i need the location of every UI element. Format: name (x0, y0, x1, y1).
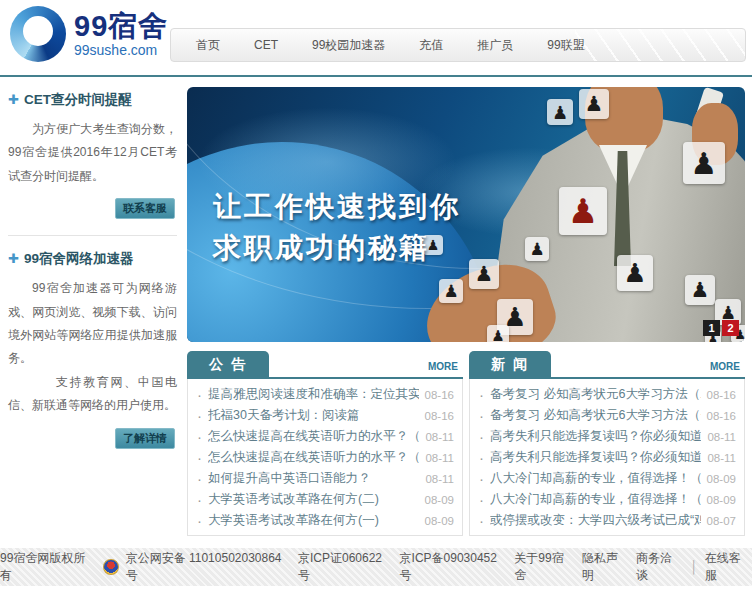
header: 99宿舍 99sushe.com 首页 CET 99校园加速器 充值 推广员 9… (0, 0, 752, 77)
news-link[interactable]: 高考失利只能选择复读吗？你必须知道这些问题！ (490, 428, 701, 445)
news-link[interactable]: 备考复习 必知高考状元6大学习方法（二） (490, 386, 701, 403)
footer: 99宿舍网版权所有 京公网安备 11010502030864号 京ICP证060… (0, 548, 752, 586)
announcements-more-link[interactable]: MORE (428, 361, 458, 372)
person-tile-icon (579, 89, 609, 119)
item-date: 08-11 (707, 431, 736, 443)
announcement-item[interactable]: · 大学英语考试改革路在何方(一) 08-09 (194, 510, 454, 531)
nav-item-recharge[interactable]: 充值 (402, 37, 460, 54)
news-link[interactable]: 八大冷门却高薪的专业，值得选择！（二） (490, 470, 701, 487)
news-more-link[interactable]: MORE (710, 361, 740, 372)
announcement-link[interactable]: 托福30天备考计划：阅读篇 (208, 407, 419, 424)
sidebar-paragraph: 支持教育网、中国电信、新联通等网络的用户使用。 (8, 371, 177, 418)
police-badge-icon (103, 559, 119, 575)
announcement-item[interactable]: · 怎么快速提高在线英语听力的水平？（二） 08-11 (194, 426, 454, 447)
item-date: 08-16 (707, 410, 736, 422)
news-item[interactable]: · 高考失利只能选择复读吗？你必须知道这些问题！ 08-11 (476, 426, 736, 447)
sidebar-title-text: CET查分时间提醒 (24, 92, 132, 107)
announcement-link[interactable]: 大学英语考试改革路在何方(二) (208, 491, 419, 508)
news-item[interactable]: · 或停摆或改变：大学四六级考试已成“鸡肋”（三 08-07 (476, 510, 736, 531)
item-date: 08-11 (425, 473, 454, 485)
bullet-icon: · (479, 408, 484, 423)
pager-page-1[interactable]: 1 (703, 320, 720, 336)
nav-item-home[interactable]: 首页 (179, 37, 237, 54)
news-item[interactable]: · 备考复习 必知高考状元6大学习方法（一） 08-16 (476, 405, 736, 426)
nav-item-promoter[interactable]: 推广员 (460, 37, 530, 54)
news-item[interactable]: · 高考失利只能选择复读吗？你必须知道这些问题！ 08-11 (476, 447, 736, 468)
banner-pager: 1 2 (703, 320, 739, 336)
news-panel: 新 闻 MORE · 备考复习 必知高考状元6大学习方法（二） 08-16 · … (469, 351, 745, 536)
announcement-link[interactable]: 如何提升高中英语口语能力？ (208, 470, 419, 487)
copyright-text: 99宿舍网版权所有 (0, 550, 96, 584)
bullet-icon: · (197, 492, 202, 507)
announcement-item[interactable]: · 如何提升高中英语口语能力？ 08-11 (194, 468, 454, 489)
news-item[interactable]: · 八大冷门却高薪的专业，值得选择！（一） 08-09 (476, 489, 736, 510)
announcements-header: 公 告 MORE (187, 351, 463, 379)
bullet-icon: · (479, 450, 484, 465)
logo-icon (10, 6, 66, 62)
site-logo[interactable]: 99宿舍 99sushe.com (10, 6, 168, 62)
main-column: 让工作快速找到你 求职成功的秘籍 1 2 公 告 MORE · (187, 87, 745, 536)
hero-banner[interactable]: 让工作快速找到你 求职成功的秘籍 1 2 (187, 87, 745, 342)
news-link[interactable]: 高考失利只能选择复读吗？你必须知道这些问题！ (490, 449, 701, 466)
announcement-item[interactable]: · 托福30天备考计划：阅读篇 08-16 (194, 405, 454, 426)
pager-page-2[interactable]: 2 (722, 320, 739, 336)
nav-item-cet[interactable]: CET (237, 38, 295, 52)
bullet-icon: · (479, 429, 484, 444)
announcement-item[interactable]: · 提高雅思阅读速度和准确率：定位其实很容易 08-16 (194, 384, 454, 405)
person-tile-icon (469, 259, 499, 289)
item-date: 08-16 (707, 389, 736, 401)
nav-item-alliance[interactable]: 99联盟 (530, 37, 601, 54)
news-link[interactable]: 备考复习 必知高考状元6大学习方法（一） (490, 407, 701, 424)
news-item[interactable]: · 八大冷门却高薪的专业，值得选择！（二） 08-09 (476, 468, 736, 489)
person-tile-icon (683, 142, 725, 184)
sidebar-paragraph: 99宿舍加速器可为网络游戏、网页浏览、视频下载、访问境外网站等网络应用提供加速服… (8, 277, 177, 371)
news-link[interactable]: 或停摆或改变：大学四六级考试已成“鸡肋”（三 (490, 512, 701, 529)
announcement-link[interactable]: 怎么快速提高在线英语听力的水平？（二） (208, 428, 419, 445)
public-security-record: 京公网安备 11010502030864号 (126, 550, 291, 584)
announcement-link[interactable]: 提高雅思阅读速度和准确率：定位其实很容易 (208, 386, 419, 403)
news-item[interactable]: · 备考复习 必知高考状元6大学习方法（二） 08-16 (476, 384, 736, 405)
item-date: 08-09 (707, 473, 736, 485)
plus-icon: ✚ (8, 92, 19, 107)
bullet-icon: · (197, 387, 202, 402)
banner-slogan: 让工作快速找到你 求职成功的秘籍 (213, 187, 461, 268)
announcement-item[interactable]: · 大学英语考试改革路在何方(二) 08-09 (194, 489, 454, 510)
contact-support-button[interactable]: 联系客服 (115, 198, 175, 219)
announcements-list: · 提高雅思阅读速度和准确率：定位其实很容易 08-16 · 托福30天备考计划… (187, 379, 463, 536)
main-nav: 首页 CET 99校园加速器 充值 推广员 99联盟 (170, 28, 746, 62)
footer-link-online-service[interactable]: 在线客服 (705, 550, 752, 584)
nav-item-campus-accelerator[interactable]: 99校园加速器 (295, 37, 402, 54)
panels: 公 告 MORE · 提高雅思阅读速度和准确率：定位其实很容易 08-16 · … (187, 351, 745, 536)
bullet-icon: · (479, 471, 484, 486)
bullet-icon: · (197, 429, 202, 444)
item-date: 08-09 (707, 494, 736, 506)
learn-more-button[interactable]: 了解详情 (115, 428, 175, 449)
page: 99宿舍 99sushe.com 首页 CET 99校园加速器 充值 推广员 9… (0, 0, 752, 600)
item-date: 08-11 (707, 452, 736, 464)
sidebar-section-title: ✚CET查分时间提醒 (8, 91, 177, 109)
item-date: 08-11 (425, 452, 454, 464)
person-tile-icon-highlighted (559, 187, 607, 235)
person-tile-icon (525, 237, 549, 261)
bullet-icon: · (479, 387, 484, 402)
sidebar-paragraph: 为方便广大考生查询分数，99宿舍提供2016年12月CET考试查分时间提醒。 (8, 118, 177, 188)
footer-link-privacy[interactable]: 隐私声明 (582, 550, 629, 584)
announcements-tab[interactable]: 公 告 (187, 351, 269, 377)
announcement-item[interactable]: · 怎么快速提高在线英语听力的水平？（一） 08-11 (194, 447, 454, 468)
sidebar-title-text: 99宿舍网络加速器 (24, 251, 134, 266)
bullet-icon: · (197, 471, 202, 486)
item-date: 08-07 (707, 515, 736, 527)
announcement-link[interactable]: 大学英语考试改革路在何方(一) (208, 512, 419, 529)
footer-link-business[interactable]: 商务洽谈 (636, 550, 683, 584)
sidebar: ✚CET查分时间提醒 为方便广大考生查询分数，99宿舍提供2016年12月CET… (8, 87, 187, 536)
footer-link-about[interactable]: 关于99宿舍 (514, 550, 574, 584)
logo-title: 99宿舍 (74, 12, 168, 41)
news-tab[interactable]: 新 闻 (469, 351, 551, 377)
news-header: 新 闻 MORE (469, 351, 745, 379)
item-date: 08-09 (425, 494, 454, 506)
item-date: 08-16 (425, 389, 454, 401)
logo-domain: 99sushe.com (74, 43, 168, 57)
news-link[interactable]: 八大冷门却高薪的专业，值得选择！（一） (490, 491, 701, 508)
item-date: 08-09 (425, 515, 454, 527)
announcement-link[interactable]: 怎么快速提高在线英语听力的水平？（一） (208, 449, 419, 466)
